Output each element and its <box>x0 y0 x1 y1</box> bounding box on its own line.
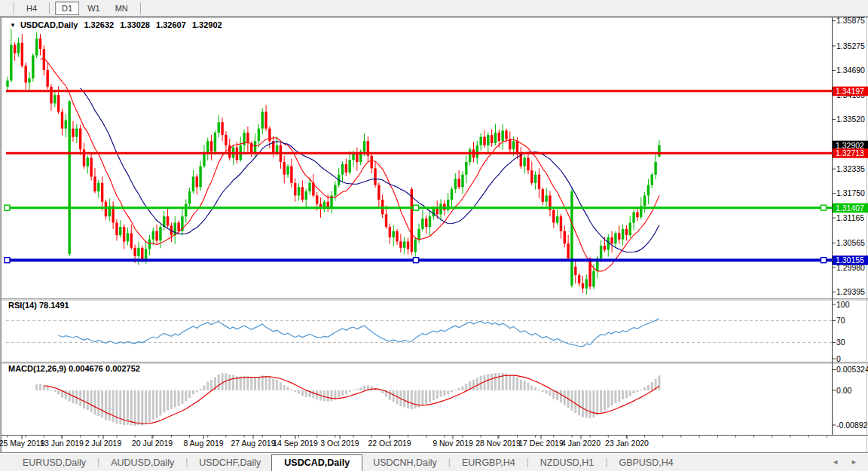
time-axis-label: 28 Nov 2019 <box>475 439 521 448</box>
chart-canvas[interactable]: 25 May 201913 Jun 20192 Jul 201920 Jul 2… <box>0 17 868 452</box>
price-axis-label: 1.29395 <box>836 287 865 296</box>
time-axis-label: 3 Oct 2019 <box>320 439 359 448</box>
macd-axis-label: -0.008929 <box>836 421 868 430</box>
chart-window: ▼USDCAD,Daily 1.32632 1.33028 1.32607 1.… <box>0 17 868 452</box>
price-axis-label: 1.33520 <box>836 115 865 124</box>
chart-title: ▼USDCAD,Daily 1.32632 1.33028 1.32607 1.… <box>10 20 226 29</box>
rsi-axis-label: 0 <box>836 354 841 363</box>
svg-text:1.32713: 1.32713 <box>836 148 864 158</box>
level-price-tag: 1.31407 <box>833 203 868 213</box>
main-chart-pane[interactable] <box>0 18 832 298</box>
price-axis-label: 1.32335 <box>836 164 865 173</box>
line-handle[interactable] <box>414 205 419 210</box>
ohlc-low: 1.32607 <box>156 20 186 29</box>
tab-usdchf-daily[interactable]: USDCHF,Daily <box>188 455 271 471</box>
line-handle[interactable] <box>821 258 827 263</box>
toolbar-separator <box>14 2 14 14</box>
rsi-axis-label: 100 <box>836 300 850 309</box>
level-price-tag: 1.32713 <box>833 148 868 158</box>
tab-usdcnh-daily[interactable]: USDCNH,Daily <box>362 455 448 471</box>
svg-text:1.31407: 1.31407 <box>836 203 864 213</box>
price-axis-label: 1.31165 <box>836 213 864 222</box>
timeframe-button-h4[interactable]: H4 <box>20 2 44 15</box>
tab-scroll-left-button[interactable]: ◄ <box>832 458 839 466</box>
svg-text:1.30155: 1.30155 <box>836 255 864 265</box>
rsi-pane[interactable] <box>0 300 832 362</box>
time-axis-label: 8 Aug 2019 <box>183 439 223 448</box>
tab-eurgbp-h4[interactable]: EURGBP,H4 <box>451 455 526 471</box>
time-axis-label: 13 Jun 2019 <box>40 439 84 448</box>
tab-scroll-controls: ◄ ► <box>832 458 857 466</box>
line-handle[interactable] <box>5 258 10 263</box>
toolbar-separator <box>140 2 141 14</box>
rsi-axis-label: 70 <box>836 316 845 325</box>
price-axis-label: 1.35875 <box>836 17 865 25</box>
price-axis-label: 1.35275 <box>836 41 865 50</box>
chart-symbol-label: USDCAD,Daily <box>20 20 78 29</box>
time-axis-label: 25 May 2019 <box>0 439 45 448</box>
chart-tab-bar: EURUSD,Daily|AUDUSD,Daily|USDCHF,DailyUS… <box>0 452 868 471</box>
line-handle[interactable] <box>5 205 10 210</box>
rsi-axis-label: 30 <box>836 338 845 347</box>
level-price-tag: 1.30155 <box>833 255 868 265</box>
time-axis-label: 14 Sep 2019 <box>273 439 318 448</box>
tab-gbpusd-h4[interactable]: GBPUSD,H4 <box>608 455 683 471</box>
macd-axis-label: 0.005324 <box>836 365 868 374</box>
chart-collapse-icon: ▼ <box>10 22 16 29</box>
price-axis-label: 1.31750 <box>836 188 865 197</box>
timeframe-button-w1[interactable]: W1 <box>81 2 107 15</box>
tab-scroll-right-button[interactable]: ► <box>851 458 857 466</box>
time-axis-label: 20 Jul 2019 <box>132 439 173 448</box>
tab-audusd-daily[interactable]: AUDUSD,Daily <box>100 455 185 471</box>
time-axis-label: 27 Aug 2019 <box>231 439 276 448</box>
svg-text:1.34197: 1.34197 <box>836 87 864 96</box>
time-axis-label: 9 Nov 2019 <box>432 439 473 448</box>
price-axis-label: 1.34690 <box>836 66 865 75</box>
tab-usdcad-daily[interactable]: USDCAD,Daily <box>271 454 362 471</box>
level-price-tag: 1.34197 <box>833 87 868 96</box>
time-axis-label: 2 Jul 2019 <box>85 439 122 448</box>
line-handle[interactable] <box>414 258 419 263</box>
ohlc-open: 1.32632 <box>84 20 114 29</box>
time-axis-label: 22 Oct 2019 <box>368 439 411 448</box>
rsi-indicator-label: RSI(14) 78.1491 <box>8 301 69 310</box>
timeframe-button-d1[interactable]: D1 <box>55 2 79 15</box>
timeframe-toolbar: H4D1W1MN <box>0 0 868 17</box>
tab-nzdusd-h1[interactable]: NZDUSD,H1 <box>530 455 605 471</box>
price-axis-label: 1.30565 <box>836 238 865 247</box>
toolbar-separator <box>49 2 50 14</box>
macd-axis-label: 0.00 <box>836 386 852 395</box>
time-axis-label: 17 Dec 2019 <box>518 439 564 448</box>
ohlc-high: 1.33028 <box>120 20 150 29</box>
macd-indicator-label: MACD(12,26,9) 0.004676 0.002752 <box>8 364 140 373</box>
timeframe-button-mn[interactable]: MN <box>108 2 135 15</box>
tab-eurusd-daily[interactable]: EURUSD,Daily <box>12 455 96 471</box>
ohlc-close: 1.32902 <box>192 20 222 29</box>
terminal-window: H4D1W1MN ▼USDCAD,Daily 1.32632 1.33028 1… <box>0 0 868 471</box>
line-handle[interactable] <box>821 205 827 210</box>
time-axis-label: 4 Jan 2020 <box>561 439 601 448</box>
time-axis-label: 23 Jan 2020 <box>605 439 649 448</box>
